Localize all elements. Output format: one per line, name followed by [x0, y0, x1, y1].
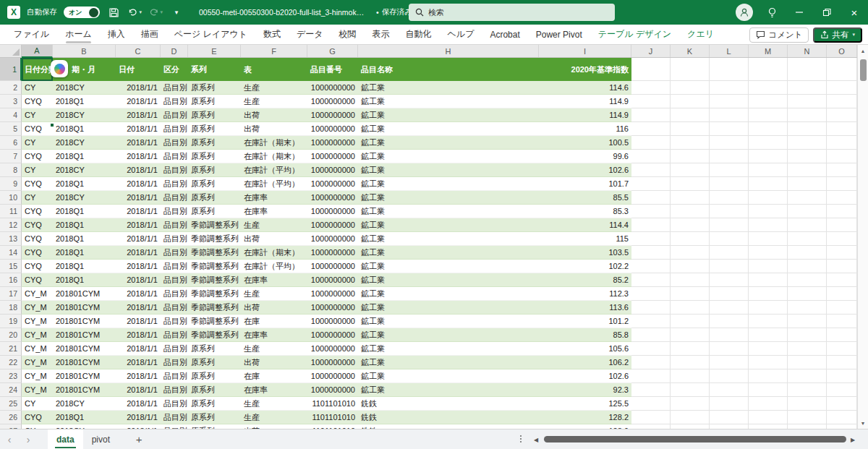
column-header-G[interactable]: G [307, 45, 358, 57]
row-number-9[interactable]: 9 [0, 177, 22, 191]
cell[interactable]: CY_M [22, 383, 53, 397]
empty-cell[interactable] [671, 205, 710, 218]
cell[interactable]: CYQ [22, 411, 53, 424]
empty-cell[interactable] [788, 287, 827, 301]
empty-cell[interactable] [788, 122, 827, 136]
cell[interactable]: 在庫 [241, 369, 307, 383]
empty-cell[interactable] [788, 136, 827, 150]
empty-cell[interactable] [671, 411, 710, 424]
empty-cell[interactable] [827, 315, 857, 328]
empty-cell[interactable] [671, 369, 710, 383]
column-header-A[interactable]: A [22, 45, 53, 58]
row-number-19[interactable]: 19 [0, 315, 22, 328]
cell[interactable]: 1000000000 [307, 260, 358, 273]
cell[interactable]: 201801CYM [53, 383, 116, 397]
cell[interactable]: 鉱工業 [358, 260, 539, 273]
empty-cell[interactable] [827, 287, 857, 301]
cell[interactable]: 2018Q1 [53, 246, 116, 260]
empty-cell[interactable] [671, 122, 710, 136]
ribbon-tab-表示[interactable]: 表示 [365, 25, 398, 45]
empty-cell[interactable] [710, 205, 749, 218]
cell[interactable]: 115 [539, 232, 631, 246]
cell[interactable]: 105.6 [539, 342, 631, 356]
empty-cell[interactable] [827, 163, 857, 177]
cell[interactable]: 1000000000 [307, 232, 358, 246]
empty-cell[interactable] [710, 315, 749, 328]
column-header-F[interactable]: F [241, 45, 307, 57]
minimize-button[interactable] [786, 0, 813, 25]
ribbon-tab-ページ レイアウト[interactable]: ページ レイアウト [166, 25, 255, 45]
cell[interactable]: 99.6 [539, 150, 631, 163]
empty-cell[interactable] [827, 328, 857, 342]
column-header-C[interactable]: C [116, 45, 161, 57]
empty-cell[interactable] [749, 58, 788, 81]
empty-cell[interactable] [671, 328, 710, 342]
cell[interactable]: 在庫計（期末） [241, 150, 307, 163]
cell[interactable]: 鉱工業 [358, 315, 539, 328]
cell[interactable]: 原系列 [188, 136, 241, 150]
cell[interactable]: 在庫率 [241, 273, 307, 287]
cell[interactable]: 在庫率 [241, 328, 307, 342]
cell[interactable]: 2018/1/1 [116, 108, 161, 122]
empty-cell[interactable] [749, 287, 788, 301]
ribbon-tab-描画[interactable]: 描画 [133, 25, 166, 45]
empty-cell[interactable] [749, 205, 788, 218]
cell[interactable]: 1000000000 [307, 301, 358, 315]
empty-cell[interactable] [827, 122, 857, 136]
empty-cell[interactable] [710, 95, 749, 108]
cell[interactable]: 生産 [241, 411, 307, 424]
empty-cell[interactable] [749, 383, 788, 397]
cell[interactable]: 鉱工業 [358, 218, 539, 232]
column-header-L[interactable]: L [710, 45, 749, 57]
empty-cell[interactable] [631, 81, 671, 95]
lightbulb-icon[interactable] [758, 0, 786, 25]
cell[interactable]: 出荷 [241, 232, 307, 246]
empty-cell[interactable] [710, 246, 749, 260]
cell[interactable]: 85.2 [539, 273, 631, 287]
cell[interactable]: CY_M [22, 315, 53, 328]
cell[interactable]: 1101101010 [307, 411, 358, 424]
empty-cell[interactable] [710, 356, 749, 369]
cell[interactable]: 出荷 [241, 108, 307, 122]
empty-cell[interactable] [671, 397, 710, 411]
empty-cell[interactable] [671, 315, 710, 328]
cell[interactable]: 鉱工業 [358, 136, 539, 150]
cell[interactable]: CYQ [22, 150, 53, 163]
empty-cell[interactable] [671, 58, 710, 81]
empty-cell[interactable] [631, 260, 671, 273]
empty-cell[interactable] [631, 58, 671, 81]
comments-button[interactable]: コメント [749, 27, 809, 43]
empty-cell[interactable] [749, 369, 788, 383]
empty-cell[interactable] [631, 315, 671, 328]
cell[interactable]: 201801CYM [53, 287, 116, 301]
cell[interactable]: 85.8 [539, 328, 631, 342]
cell[interactable]: 1000000000 [307, 81, 358, 95]
empty-cell[interactable] [749, 411, 788, 424]
undo-icon[interactable]: ▾ [127, 5, 142, 20]
empty-cell[interactable] [749, 150, 788, 163]
cell[interactable]: 125.5 [539, 397, 631, 411]
empty-cell[interactable] [827, 301, 857, 315]
ribbon-tab-ファイル[interactable]: ファイル [6, 25, 57, 45]
cell[interactable]: 114.4 [539, 218, 631, 232]
cell[interactable]: 2018Q1 [53, 150, 116, 163]
empty-cell[interactable] [827, 191, 857, 205]
autosave-toggle[interactable]: オン [64, 7, 100, 18]
row-number-20[interactable]: 20 [0, 328, 22, 342]
empty-cell[interactable] [671, 81, 710, 95]
cell[interactable]: 鉱工業 [358, 81, 539, 95]
cell[interactable]: 季節調整系列 [188, 328, 241, 342]
cell[interactable]: 2018/1/1 [116, 411, 161, 424]
empty-cell[interactable] [631, 328, 671, 342]
empty-cell[interactable] [827, 232, 857, 246]
empty-cell[interactable] [788, 218, 827, 232]
header-cell-9[interactable]: 2020年基準指数 [539, 58, 631, 81]
row-number-15[interactable]: 15 [0, 260, 22, 273]
cell[interactable]: 鉱工業 [358, 177, 539, 191]
cell[interactable]: 品目別 [161, 356, 188, 369]
empty-cell[interactable] [827, 108, 857, 122]
empty-cell[interactable] [710, 369, 749, 383]
row-number-26[interactable]: 26 [0, 411, 22, 424]
empty-cell[interactable] [631, 356, 671, 369]
row-number-24[interactable]: 24 [0, 383, 22, 397]
